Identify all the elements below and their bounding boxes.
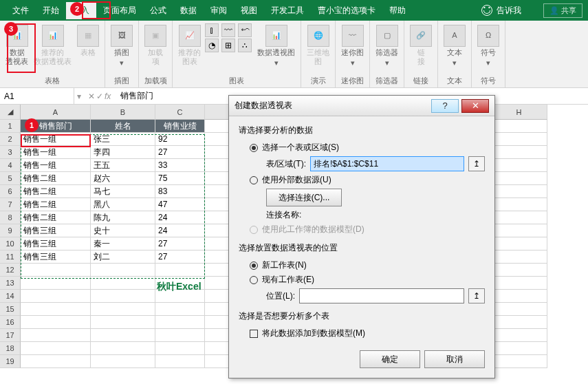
name-box[interactable]: A1 bbox=[0, 88, 74, 104]
cell[interactable] bbox=[21, 290, 91, 303]
cell[interactable] bbox=[491, 198, 547, 211]
cell[interactable] bbox=[491, 250, 547, 264]
cell[interactable]: 27 bbox=[155, 146, 205, 159]
ok-button[interactable]: 确定 bbox=[360, 350, 420, 368]
col-header[interactable]: C bbox=[155, 105, 205, 120]
menu-data[interactable]: 数据 bbox=[173, 2, 204, 19]
cell[interactable]: 秦一 bbox=[91, 237, 155, 250]
menu-help[interactable]: 帮助 bbox=[382, 2, 413, 19]
cell[interactable] bbox=[91, 290, 155, 303]
cell[interactable] bbox=[91, 264, 155, 277]
cell[interactable]: 史十 bbox=[91, 224, 155, 237]
row-header[interactable]: 18 bbox=[0, 342, 21, 355]
cell[interactable]: 赵六 bbox=[91, 172, 155, 185]
col-header[interactable]: H bbox=[491, 105, 547, 120]
cell[interactable] bbox=[491, 133, 547, 146]
cell[interactable] bbox=[491, 303, 547, 316]
cell[interactable] bbox=[491, 159, 547, 172]
cell[interactable] bbox=[91, 303, 155, 316]
cell[interactable]: 销售三组 bbox=[21, 224, 91, 237]
cell[interactable]: 24 bbox=[155, 224, 205, 237]
chart-type-icon[interactable]: ⬿ bbox=[238, 23, 252, 37]
location-input[interactable] bbox=[299, 288, 464, 303]
cell[interactable] bbox=[491, 316, 547, 329]
col-header[interactable]: B bbox=[91, 105, 155, 120]
smiley-icon[interactable] bbox=[481, 5, 492, 16]
addins-button[interactable]: ▣加载 项 bbox=[143, 23, 168, 67]
cell[interactable]: 92 bbox=[155, 133, 205, 146]
cell[interactable] bbox=[155, 355, 205, 368]
cell[interactable] bbox=[491, 355, 547, 368]
cell[interactable] bbox=[21, 303, 91, 316]
cell[interactable] bbox=[21, 264, 91, 277]
cancel-button[interactable]: 取消 bbox=[424, 350, 485, 368]
cell[interactable]: 27 bbox=[155, 250, 205, 264]
checkbox-add-model[interactable] bbox=[250, 330, 258, 338]
radio-external[interactable] bbox=[250, 176, 258, 184]
cell[interactable]: 销售一组 bbox=[21, 133, 91, 146]
rec-chart-button[interactable]: 📈推荐的 图表 bbox=[177, 23, 202, 69]
illus-button[interactable]: 🖼插图▾ bbox=[109, 23, 134, 69]
collapse-dialog-icon[interactable]: ↥ bbox=[468, 156, 485, 171]
radio-select-range[interactable] bbox=[250, 144, 258, 152]
cell[interactable] bbox=[91, 316, 155, 329]
menu-view[interactable]: 视图 bbox=[234, 2, 264, 19]
cell[interactable] bbox=[91, 329, 155, 342]
menu-file[interactable]: 文件 bbox=[6, 2, 36, 19]
menu-formulas[interactable]: 公式 bbox=[143, 2, 173, 19]
3dmap-button[interactable]: 🌐三维地 图 bbox=[305, 23, 331, 67]
cell[interactable]: 47 bbox=[155, 198, 205, 211]
cell[interactable]: 陈九 bbox=[91, 211, 155, 224]
dialog-close-button[interactable]: ✕ bbox=[461, 99, 489, 113]
cell[interactable] bbox=[155, 316, 205, 329]
row-header[interactable]: 9 bbox=[0, 224, 21, 237]
cell[interactable]: 24 bbox=[155, 211, 205, 224]
cell[interactable]: 销售一组 bbox=[21, 159, 91, 172]
cell[interactable]: 33 bbox=[155, 159, 205, 172]
formula-value[interactable]: 销售部门 bbox=[115, 90, 159, 102]
row-header[interactable]: 17 bbox=[0, 329, 21, 342]
link-button[interactable]: 🔗链 接 bbox=[409, 23, 433, 67]
cell[interactable] bbox=[155, 329, 205, 342]
cell[interactable]: 83 bbox=[155, 185, 205, 198]
row-header[interactable]: 12 bbox=[0, 264, 21, 277]
share-button[interactable]: 👤 共享 bbox=[543, 3, 582, 18]
cell[interactable]: 马七 bbox=[91, 185, 155, 198]
cell[interactable] bbox=[155, 264, 205, 277]
fx-icon[interactable]: fx bbox=[105, 92, 111, 101]
chart-type-icon[interactable]: ∴ bbox=[238, 39, 252, 52]
row-header[interactable]: 13 bbox=[0, 277, 21, 290]
choose-connection-button[interactable]: 选择连接(C)... bbox=[266, 189, 342, 206]
row-header[interactable]: 14 bbox=[0, 290, 21, 303]
cell[interactable] bbox=[21, 342, 91, 355]
tell-me[interactable]: 告诉我 bbox=[497, 5, 521, 17]
menu-review[interactable]: 审阅 bbox=[204, 2, 234, 19]
row-header[interactable]: 16 bbox=[0, 316, 21, 329]
row-header[interactable]: 19 bbox=[0, 355, 21, 368]
row-header[interactable]: 4 bbox=[0, 159, 21, 172]
cell[interactable] bbox=[91, 342, 155, 355]
cell[interactable] bbox=[491, 224, 547, 237]
cell[interactable]: 销售业绩 bbox=[155, 120, 205, 133]
row-header[interactable]: 5 bbox=[0, 172, 21, 185]
row-header[interactable]: 11 bbox=[0, 250, 21, 264]
row-header[interactable]: 8 bbox=[0, 211, 21, 224]
cell[interactable]: 销售三组 bbox=[21, 250, 91, 264]
chart-type-icon[interactable]: ⊞ bbox=[221, 39, 235, 52]
chart-type-icon[interactable]: ◔ bbox=[205, 39, 219, 52]
row-header[interactable]: 7 bbox=[0, 198, 21, 211]
col-header[interactable]: A bbox=[21, 105, 91, 120]
cell[interactable] bbox=[155, 303, 205, 316]
cell[interactable]: 销售二组 bbox=[21, 172, 91, 185]
cell[interactable]: 李四 bbox=[91, 146, 155, 159]
rec-pivot-button[interactable]: 📊推荐的 数据透视表 bbox=[32, 23, 73, 67]
range-input[interactable]: 排名!$A$1:$C$11 bbox=[310, 156, 464, 171]
cell[interactable] bbox=[491, 264, 547, 277]
cell[interactable] bbox=[491, 146, 547, 159]
chart-type-icon[interactable]: 〰 bbox=[221, 23, 235, 37]
dialog-help-button[interactable]: ? bbox=[431, 99, 459, 113]
cell[interactable]: 姓名 bbox=[91, 120, 155, 133]
namebox-dropdown-icon[interactable]: ▾ bbox=[74, 92, 84, 101]
row-header[interactable]: 1 bbox=[0, 120, 21, 133]
cell[interactable]: 张三 bbox=[91, 133, 155, 146]
